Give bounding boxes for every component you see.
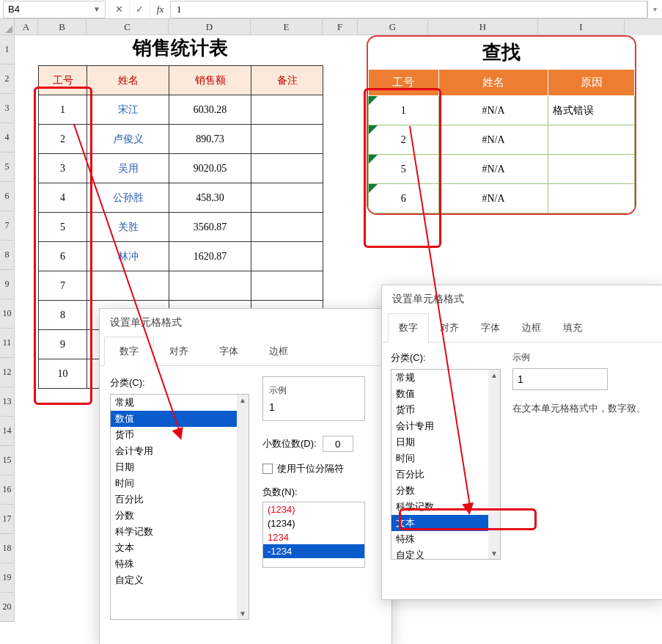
category-item[interactable]: 货币 xyxy=(111,427,249,443)
formula-expand-icon[interactable]: ▾ xyxy=(647,1,662,18)
cell-remark[interactable] xyxy=(251,271,323,301)
cell-lookup-id[interactable]: 5 xyxy=(369,155,439,184)
column-header-H[interactable]: H xyxy=(428,19,538,35)
row-header-19[interactable]: 19 xyxy=(0,563,15,593)
cell-remark[interactable] xyxy=(251,95,323,125)
cell-lookup-id[interactable]: 2 xyxy=(369,125,439,155)
category-item[interactable]: 货币 xyxy=(391,402,500,418)
column-header-F[interactable]: F xyxy=(323,19,358,35)
dialog-tab-1[interactable]: 对齐 xyxy=(154,337,204,366)
row-header-1[interactable]: 1 xyxy=(0,35,15,65)
col-header-amount[interactable]: 销售额 xyxy=(169,66,251,95)
row-header-17[interactable]: 17 xyxy=(0,505,15,534)
row-header-6[interactable]: 6 xyxy=(0,182,15,211)
cell-lookup-name[interactable]: #N/A xyxy=(438,155,548,184)
row-header-16[interactable]: 16 xyxy=(0,475,15,505)
category-list[interactable]: 常规数值货币会计专用日期时间百分比分数科学记数文本特殊自定义 ▲ ▼ xyxy=(391,369,501,560)
dialog-tab-2[interactable]: 字体 xyxy=(470,313,511,343)
cell-id[interactable]: 1 xyxy=(39,95,87,125)
cell-lookup-name[interactable]: #N/A xyxy=(438,184,548,213)
cell-name[interactable] xyxy=(87,271,169,301)
negative-format-item[interactable]: -1234 xyxy=(263,544,364,558)
column-header-B[interactable]: B xyxy=(38,19,87,35)
category-scrollbar[interactable]: ▲ ▼ xyxy=(488,370,500,559)
col-header-remark[interactable]: 备注 xyxy=(251,66,323,95)
column-header-E[interactable]: E xyxy=(251,19,323,35)
cell-lookup-name[interactable]: #N/A xyxy=(438,96,548,125)
scroll-down-icon[interactable]: ▼ xyxy=(489,548,499,559)
row-header-8[interactable]: 8 xyxy=(0,241,15,270)
category-item[interactable]: 自定义 xyxy=(391,547,500,560)
dialog-tab-0[interactable]: 数字 xyxy=(388,313,429,343)
cell-amount[interactable]: 9020.05 xyxy=(169,154,251,183)
dialog-tab-3[interactable]: 边框 xyxy=(511,313,552,343)
name-box[interactable]: B4 ▼ xyxy=(3,1,106,18)
row-header-15[interactable]: 15 xyxy=(0,446,15,475)
cancel-formula-icon[interactable]: ✕ xyxy=(109,1,129,18)
row-header-10[interactable]: 10 xyxy=(0,299,15,329)
column-header-I[interactable]: I xyxy=(538,19,625,35)
category-item[interactable]: 科学记数 xyxy=(111,524,249,540)
cell-id[interactable]: 9 xyxy=(39,330,87,359)
col-header-lookup-name[interactable]: 姓名 xyxy=(438,70,548,96)
cell-lookup-name[interactable]: #N/A xyxy=(438,125,548,155)
category-item[interactable]: 日期 xyxy=(391,434,500,450)
cell-amount[interactable] xyxy=(169,271,251,301)
negative-format-item[interactable]: 1234 xyxy=(263,530,364,544)
dialog-tab-0[interactable]: 数字 xyxy=(104,337,154,366)
category-item[interactable]: 数值 xyxy=(391,386,500,402)
category-item[interactable]: 会计专用 xyxy=(111,443,249,459)
cell-amount[interactable]: 1620.87 xyxy=(169,242,251,271)
category-item[interactable]: 文本 xyxy=(391,515,500,531)
cell-id[interactable]: 5 xyxy=(39,213,87,242)
scroll-up-icon[interactable]: ▲ xyxy=(238,395,248,406)
category-item[interactable]: 自定义 xyxy=(111,572,249,588)
row-header-20[interactable]: 20 xyxy=(0,593,15,622)
category-item[interactable]: 常规 xyxy=(111,395,249,411)
category-scrollbar[interactable]: ▲ ▼ xyxy=(237,395,249,619)
dialog-tab-2[interactable]: 字体 xyxy=(204,337,254,366)
category-item[interactable]: 百分比 xyxy=(111,491,249,508)
cell-name[interactable]: 公孙胜 xyxy=(87,183,169,213)
format-cells-dialog-right[interactable]: 设置单元格格式 数字对齐字体边框填充 分类(C): 常规数值货币会计专用日期时间… xyxy=(381,285,662,600)
row-header-13[interactable]: 13 xyxy=(0,387,15,417)
category-item[interactable]: 常规 xyxy=(391,370,500,386)
negative-format-item[interactable]: (1234) xyxy=(263,516,364,530)
cell-id[interactable]: 8 xyxy=(39,301,87,330)
format-cells-dialog-left[interactable]: 设置单元格格式 数字对齐字体边框 分类(C): 常规数值货币会计专用日期时间百分… xyxy=(99,308,392,644)
category-item[interactable]: 文本 xyxy=(111,540,249,556)
row-header-3[interactable]: 3 xyxy=(0,94,15,123)
cell-lookup-reason[interactable] xyxy=(548,184,635,213)
category-list[interactable]: 常规数值货币会计专用日期时间百分比分数科学记数文本特殊自定义 ▲ ▼ xyxy=(110,394,249,620)
cell-name[interactable]: 吴用 xyxy=(87,154,169,183)
negative-format-item[interactable]: (1234) xyxy=(263,502,364,516)
formula-input[interactable]: 1 xyxy=(170,1,647,18)
cell-remark[interactable] xyxy=(251,154,323,183)
category-item[interactable]: 百分比 xyxy=(391,466,500,483)
decimals-input[interactable] xyxy=(323,436,353,452)
cell-name[interactable]: 关胜 xyxy=(87,213,169,242)
column-header-C[interactable]: C xyxy=(87,19,169,35)
category-item[interactable]: 时间 xyxy=(391,450,500,466)
thousands-checkbox[interactable] xyxy=(262,464,273,474)
cell-id[interactable]: 2 xyxy=(39,125,87,154)
scroll-down-icon[interactable]: ▼ xyxy=(238,608,248,619)
row-header-11[interactable]: 11 xyxy=(0,329,15,358)
col-header-id[interactable]: 工号 xyxy=(39,66,87,95)
dialog-tab-4[interactable]: 填充 xyxy=(552,313,593,343)
cell-lookup-id[interactable]: 1 xyxy=(369,96,439,125)
col-header-lookup-reason[interactable]: 原因 xyxy=(548,70,635,96)
cell-remark[interactable] xyxy=(251,213,323,242)
row-header-5[interactable]: 5 xyxy=(0,153,15,182)
row-header-18[interactable]: 18 xyxy=(0,534,15,563)
cell-name[interactable]: 宋江 xyxy=(87,95,169,125)
col-header-lookup-id[interactable]: 工号 xyxy=(369,70,439,96)
category-item[interactable]: 日期 xyxy=(111,459,249,475)
cell-lookup-reason[interactable] xyxy=(548,125,635,155)
cell-amount[interactable]: 3560.87 xyxy=(169,213,251,242)
fx-icon[interactable]: fx xyxy=(150,1,170,18)
row-header-12[interactable]: 12 xyxy=(0,358,15,387)
category-item[interactable]: 分数 xyxy=(111,508,249,524)
cell-id[interactable]: 3 xyxy=(39,154,87,183)
cell-id[interactable]: 10 xyxy=(39,359,87,389)
